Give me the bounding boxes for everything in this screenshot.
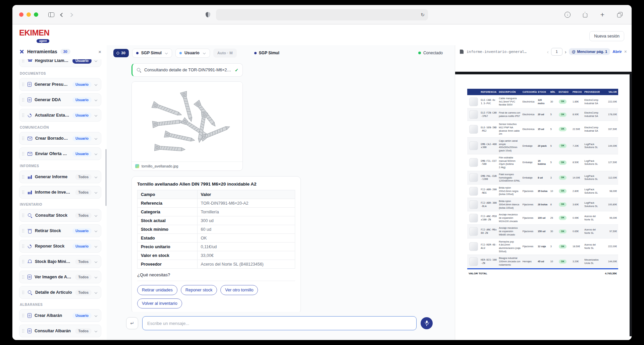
mode-pill[interactable]: Auto · M [213,49,237,58]
drag-handle-icon[interactable] [22,152,24,156]
new-tab-button[interactable]: + [597,10,607,20]
drag-handle-icon[interactable] [22,137,24,140]
attachment-image-card[interactable]: tornillo_avellanado.jpg [131,81,243,171]
sidebar-tool-item[interactable]: Ver Imagen de Artículo Todos [19,271,101,283]
chevron-down-icon[interactable] [95,114,98,117]
drag-handle-icon[interactable] [22,191,24,194]
chat-scroll-area[interactable]: Consultando detalle de TOR-DIN7991-M6×20… [107,61,455,312]
chevron-down-icon[interactable] [95,229,98,232]
sidebar-tool-item[interactable]: Retirar Stock Usuario [19,224,101,237]
prev-page-button[interactable]: ‹ [547,49,549,55]
drag-handle-icon[interactable] [22,114,24,117]
sidebar-scrollbar[interactable] [105,149,107,206]
chevron-down-icon[interactable] [95,260,98,263]
desc-cell: Film estirable manual 500mm 23µm (bobina… [498,154,522,171]
tools-list: Registrar Llamada Usuario DOCUMENTOS [19,58,101,340]
chevron-down-icon[interactable] [95,314,98,317]
drag-handle-icon[interactable] [22,59,24,63]
sidebar-tool-item[interactable]: Generar DDA Usuario [19,93,101,106]
tool-label: Generar DDA [35,97,69,102]
page-number-input[interactable] [551,48,562,56]
chevron-down-icon[interactable] [95,98,98,101]
tool-scope-badge: Usuario [72,244,92,249]
mention-page-button[interactable]: @ Mencionar pág. 1 [569,48,610,55]
sidebar-tool-item[interactable]: Consultar Albarán Todos [19,325,101,337]
downloads-button[interactable] [562,10,573,20]
sidebar-tool-item[interactable]: Generar Presupuesto Usuario [19,78,101,91]
sidebar-tool-item[interactable]: Reponer Stock Usuario [19,240,101,253]
reload-icon[interactable]: ↻ [421,12,425,17]
quick-action-button[interactable]: Volver al inventario [137,298,182,308]
inventory-row: FIJ-ANC-M10x100-ZN Anclaje mecánico de e… [467,211,618,225]
return-button[interactable]: ↵ [126,317,138,329]
chevron-down-icon[interactable] [95,83,98,86]
chevron-down-icon[interactable] [95,152,98,155]
close-pdf-button[interactable]: × [624,49,627,54]
chevron-down-icon [165,52,168,55]
sidebar-tool-item[interactable]: Crear Borrador Email Usuario [19,132,101,145]
sidebar-tool-item[interactable]: Crear Albarán Usuario [19,309,101,322]
detail-value: 300 ud [197,216,295,225]
privacy-shield-button[interactable] [203,10,213,20]
share-button[interactable]: ↑ [580,10,590,20]
drag-handle-icon[interactable] [22,329,24,333]
sidebar-tool-item[interactable]: Actualizar Estado Pre... Usuario [19,109,101,122]
tool-call-status[interactable]: Consultando detalle de TOR-DIN7991-M6×20… [131,63,243,77]
precio-cell: 3.20€ [572,255,583,268]
minimize-window-button[interactable] [26,12,31,17]
chevron-down-icon[interactable] [95,176,98,179]
agent-select[interactable]: SGP Simul [132,49,172,58]
drag-handle-icon[interactable] [22,214,24,217]
proveedor-cell: LogiPack Solutions SL [583,184,603,198]
message-input[interactable] [142,316,417,330]
sidebar-tool-item[interactable]: Stock Bajo Mínimos Todos [19,255,101,268]
drag-handle-icon[interactable] [22,83,24,86]
close-window-button[interactable] [19,12,23,17]
drag-handle-icon[interactable] [22,175,24,179]
chevron-down-icon[interactable] [95,245,98,248]
chevron-down-icon[interactable] [95,59,98,62]
chevron-down-icon[interactable] [95,291,98,294]
product-thumbnail [469,242,478,251]
sidebar-tool-item[interactable]: Detalle de Artículo Todos [19,286,101,299]
drag-handle-icon[interactable] [22,260,24,264]
next-page-button[interactable]: › [565,49,567,55]
user-select[interactable]: Usuario [175,49,210,58]
drag-handle-icon[interactable] [22,275,24,279]
sidebar-tool-item[interactable]: Generar Informe Todos [19,170,101,183]
sidebar-tool-item[interactable]: Enviar Oferta por Email Usuario [19,147,101,160]
chevron-down-icon[interactable] [95,191,98,194]
tab-overview-button[interactable] [615,10,625,20]
chevron-down-icon[interactable] [95,330,98,333]
proveedor-cell: Aceros del Norte SL [583,225,603,238]
open-pdf-link[interactable]: Abrir [612,50,622,54]
forward-button[interactable] [66,10,76,20]
quick-action-button[interactable]: Retirar unidades [137,285,177,295]
chevron-down-icon[interactable] [95,137,98,140]
drag-handle-icon[interactable] [22,98,24,102]
valor-cell: 178,00€ [603,109,618,121]
pdf-viewer[interactable]: REFERENCIADESCRIPCIÓNCATEGORÍASTOCKMÍN.E… [455,58,632,340]
drag-handle-icon[interactable] [22,314,24,318]
drag-handle-icon[interactable] [22,245,24,248]
tools-count-pill[interactable]: 30 [113,49,129,57]
zoom-window-button[interactable] [34,12,38,17]
drag-handle-icon[interactable] [22,229,24,233]
new-session-button[interactable]: Nueva sesión [589,31,624,41]
sidebar-tool-item[interactable]: Consultar Stock Todos [19,209,101,222]
sidebar-close-button[interactable]: × [98,49,101,54]
article-detail-card: Tornillo avellanado Allen DIN 7991 M6×20… [131,176,301,312]
quick-action-button[interactable]: Reponer stock [181,285,217,295]
status-badge: OK [559,216,567,220]
sidebar-toggle-button[interactable] [46,10,56,20]
chevron-down-icon[interactable] [95,214,98,217]
mic-button[interactable] [421,317,433,329]
back-button[interactable] [56,10,66,20]
address-bar[interactable]: ↻ [216,9,428,20]
chevron-down-icon[interactable] [95,276,98,279]
drag-handle-icon[interactable] [22,291,24,294]
quick-action-button[interactable]: Ver otro tornillo [220,285,258,295]
section-items: Crear Albarán Usuario Consultar Albarán … [19,309,101,340]
sidebar-item-registrar-llamada[interactable]: Registrar Llamada Usuario [19,59,101,67]
sidebar-tool-item[interactable]: Informe de Inventario Todos [19,186,101,199]
